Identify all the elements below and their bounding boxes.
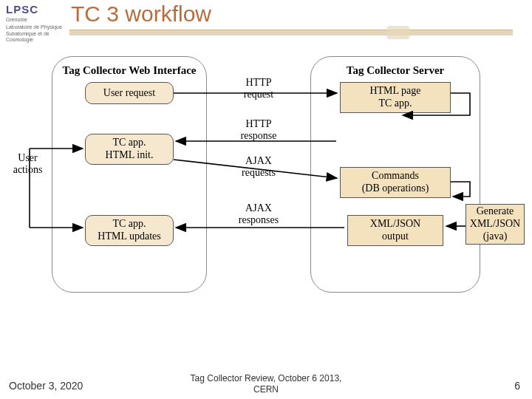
box-generate-l1: Generate xyxy=(477,205,514,218)
box-commands: Commands (DB operations) xyxy=(340,167,451,198)
label-ajax-responses: AJAX responses xyxy=(225,202,292,226)
label-http-request-l1: HTTP xyxy=(246,77,272,88)
label-http-response-l2: response xyxy=(241,130,277,141)
box-xml-output-l2: output xyxy=(382,231,409,243)
box-html-page: HTML page TC app. xyxy=(340,82,451,113)
label-user-actions-l2: actions xyxy=(13,164,43,175)
box-generate-l3: (java) xyxy=(483,231,508,243)
label-user-actions-l1: User xyxy=(18,152,37,163)
box-tc-init: TC app. HTML init. xyxy=(85,134,174,165)
box-tc-updates-l2: HTML updates xyxy=(98,231,160,243)
box-commands-l1: Commands xyxy=(372,170,419,183)
box-generate-l2: XML/JSON xyxy=(470,218,520,231)
footer-center-l1: Tag Collector Review, October 6 2013, xyxy=(191,373,342,383)
logo-city: Grenoble xyxy=(6,17,65,23)
label-ajax-requests: AJAX requests xyxy=(225,155,292,179)
slide-title: TC 3 workflow xyxy=(71,1,211,27)
panel-server-title: Tag Collector Server xyxy=(311,64,480,77)
logo-text: LPSC xyxy=(6,3,65,16)
label-http-response: HTTP response xyxy=(225,118,292,142)
label-ajax-responses-l2: responses xyxy=(239,214,279,225)
box-user-request-label: User request xyxy=(103,87,155,100)
label-http-request: HTTP request xyxy=(225,77,292,100)
label-ajax_requests-l2: requests xyxy=(242,167,276,178)
box-tc-init-l2: HTML init. xyxy=(106,149,154,162)
box-commands-l2: (DB operations) xyxy=(362,183,429,195)
panel-web-interface-title: Tag Collector Web Interface xyxy=(52,64,206,77)
lpsc-logo: LPSC Grenoble Laboratoire de Physique Su… xyxy=(6,3,65,43)
footer-center: Tag Collector Review, October 6 2013, CE… xyxy=(0,373,532,395)
box-html-page-l2: TC app. xyxy=(378,98,412,110)
label-ajax-requests-l1: AJAX xyxy=(245,155,272,166)
diagram-stage: Tag Collector Web Interface Tag Collecto… xyxy=(0,41,532,359)
logo-sub-1: Laboratoire de Physique xyxy=(6,24,65,30)
footer-page-number: 6 xyxy=(514,380,520,392)
box-tc-updates-l1: TC app. xyxy=(112,218,146,231)
label-user-actions: User actions xyxy=(7,152,48,176)
footer-center-l2: CERN xyxy=(253,384,279,395)
slide-header: LPSC Grenoble Laboratoire de Physique Su… xyxy=(0,0,532,38)
box-xml-output: XML/JSON output xyxy=(347,215,443,246)
box-html-page-l1: HTML page xyxy=(369,85,420,98)
label-http-request-l2: request xyxy=(244,89,273,100)
box-xml-output-l1: XML/JSON xyxy=(370,218,420,231)
box-user-request: User request xyxy=(85,82,174,104)
title-underline xyxy=(69,30,513,35)
box-generate: Generate XML/JSON (java) xyxy=(466,204,525,245)
label-ajax-responses-l1: AJAX xyxy=(245,202,272,214)
box-tc-updates: TC app. HTML updates xyxy=(85,215,174,246)
box-tc-init-l1: TC app. xyxy=(112,137,146,149)
label-http-response-l1: HTTP xyxy=(246,118,272,129)
